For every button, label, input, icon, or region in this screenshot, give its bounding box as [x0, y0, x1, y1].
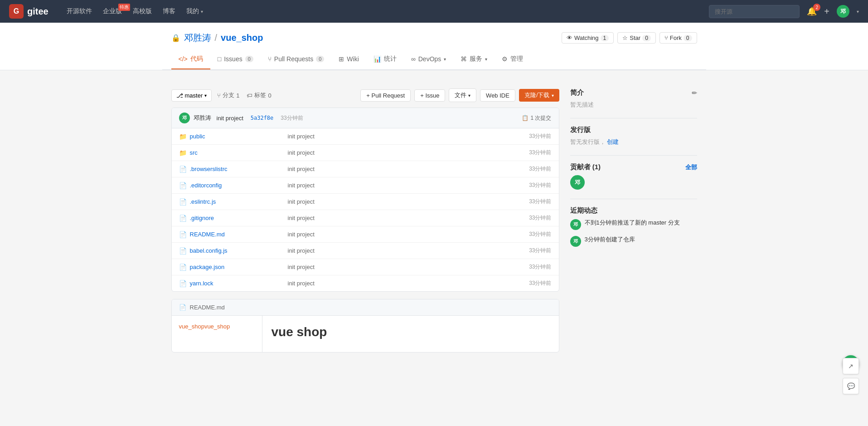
fork-label: Fork [670, 34, 682, 41]
file-name[interactable]: .editorconfig [190, 182, 281, 189]
file-name[interactable]: package.json [190, 264, 281, 270]
tab-pull-requests[interactable]: ⑂ Pull Requests 0 [261, 50, 332, 69]
tab-issues[interactable]: □ Issues 0 [210, 50, 261, 69]
contributor-avatar-1[interactable]: 邓 [570, 175, 585, 190]
file-name[interactable]: public [190, 133, 281, 140]
watch-count: 1 [601, 35, 609, 41]
file-dropdown-icon: ▾ [468, 93, 470, 98]
gitee-logo-icon: G [9, 4, 24, 19]
issues-icon: □ [218, 55, 221, 63]
table-row: 📄babel.config.jsinit project33分钟前 [172, 243, 559, 259]
sidebar-edit-button[interactable]: ✏ [692, 89, 697, 97]
logo-area[interactable]: G gitee [9, 4, 48, 19]
file-name[interactable]: .eslintrc.js [190, 198, 281, 205]
nav-blog[interactable]: 博客 [163, 7, 175, 15]
notification-button[interactable]: 🔔 2 [807, 6, 817, 16]
floating-share-button[interactable]: ↗ [843, 358, 859, 362]
file-button[interactable]: 文件 ▾ [449, 88, 476, 102]
plus-button[interactable]: + [824, 6, 829, 17]
enterprise-badge: 特惠 [118, 4, 130, 11]
commit-author[interactable]: 邓胜涛 [194, 114, 211, 122]
star-button[interactable]: ☆ Star 0 [617, 32, 656, 44]
file-icon: 📄 [179, 166, 186, 173]
branch-info: ⑂ 分支 1 🏷 标签 0 [217, 91, 271, 99]
branch-icon: ⎇ [176, 92, 183, 99]
tags-info: 🏷 标签 0 [247, 91, 271, 99]
commit-count[interactable]: 📋 1 次提交 [522, 114, 551, 122]
branches-info: ⑂ 分支 1 [217, 91, 239, 99]
file-name[interactable]: src [190, 149, 281, 156]
file-commit-msg: init project [281, 231, 515, 238]
create-release-link[interactable]: 创建 [607, 138, 619, 145]
table-row: 📄.gitignoreinit project33分钟前 [172, 210, 559, 226]
file-name[interactable]: babel.config.js [190, 247, 281, 254]
file-icon: 📄 [179, 264, 186, 271]
tab-services[interactable]: ⌘ 服务 ▾ [453, 49, 495, 69]
contributors-label: 贡献者 (1) [570, 163, 601, 171]
table-row: 📁srcinit project33分钟前 [172, 145, 559, 161]
user-avatar-nav[interactable]: 邓 [837, 5, 849, 18]
file-name[interactable]: .browserslistrc [190, 166, 281, 172]
file-icon: 📄 [179, 215, 186, 222]
commit-message: init project [217, 115, 243, 122]
nav-university[interactable]: 高校版 [133, 7, 152, 15]
top-navigation: G gitee 开源软件 企业版 特惠 高校版 博客 我的 ▾ 🔔 2 + 邓 … [0, 0, 868, 23]
tab-stats[interactable]: 📊 统计 [366, 49, 404, 69]
sidebar-divider-1 [570, 118, 697, 118]
repo-owner-link[interactable]: 邓胜涛 [184, 32, 211, 44]
list-item: 邓不到1分钟前推送了新的 master 分支 [570, 219, 697, 230]
pull-request-button[interactable]: + Pull Request [360, 89, 411, 102]
file-rows-container: 📁publicinit project33分钟前📁srcinit project… [172, 128, 559, 291]
fork-icon: ⑂ [664, 34, 668, 41]
sidebar-intro-title: 简介 ✏ [570, 88, 697, 97]
commit-sha[interactable]: 5a32f8e [251, 115, 274, 121]
clone-button[interactable]: 克隆/下载 ▾ [519, 89, 559, 102]
watch-button[interactable]: 👁 Watching 1 [562, 32, 614, 44]
file-icon: 📄 [179, 247, 186, 255]
table-row: 📁publicinit project33分钟前 [172, 128, 559, 145]
notification-badge: 2 [813, 4, 820, 11]
search-input[interactable] [709, 5, 800, 18]
file-time: 33分钟前 [515, 214, 552, 222]
sidebar-release: 发行版 暂无发行版， 创建 [570, 126, 697, 146]
file-icon: 📄 [179, 280, 186, 287]
nav-mine[interactable]: 我的 ▾ [186, 7, 203, 15]
table-row: 📄.editorconfiginit project33分钟前 [172, 177, 559, 194]
tab-wiki[interactable]: ⊞ Wiki [331, 50, 366, 69]
branch-selector[interactable]: ⎇ master ▾ [171, 89, 212, 102]
sidebar-no-desc: 暂无描述 [570, 101, 697, 109]
nav-enterprise[interactable]: 企业版 特惠 [103, 7, 122, 15]
pr-badge: 0 [316, 56, 324, 62]
issue-button[interactable]: + Issue [414, 89, 445, 102]
readme-toc-item[interactable]: vue_shop [179, 323, 204, 330]
file-name[interactable]: .gitignore [190, 215, 281, 221]
tab-manage[interactable]: ⚙ 管理 [495, 49, 530, 69]
commit-author-avatar: 邓 [179, 113, 190, 123]
file-name[interactable]: README.md [190, 231, 281, 238]
branch-bar: ⎇ master ▾ ⑂ 分支 1 🏷 标签 0 [171, 88, 559, 102]
nav-open-source[interactable]: 开源软件 [67, 7, 92, 15]
tab-code[interactable]: </> 代码 [171, 49, 210, 69]
sidebar-release-title: 发行版 [570, 126, 697, 134]
contributors-all-link[interactable]: 全部 [685, 163, 697, 171]
commit-row: 邓 邓胜涛 init project 5a32f8e 33分钟前 📋 1 次提交 [172, 108, 559, 128]
repo-name-link[interactable]: vue_shop [221, 33, 263, 43]
file-time: 33分钟前 [515, 279, 552, 287]
avatar-dropdown-icon[interactable]: ▾ [857, 9, 859, 14]
file-name[interactable]: yarn.lock [190, 280, 281, 287]
file-table: 邓 邓胜涛 init project 5a32f8e 33分钟前 📋 1 次提交… [171, 108, 559, 292]
file-commit-msg: init project [281, 149, 515, 156]
readme-icon: 📄 [179, 304, 186, 311]
activity-list: 邓不到1分钟前推送了新的 master 分支邓3分钟前创建了仓库 [570, 219, 697, 247]
wiki-icon: ⊞ [339, 55, 344, 63]
repo-actions: 👁 Watching 1 ☆ Star 0 ⑂ Fork 0 [562, 32, 697, 44]
eye-icon: 👁 [567, 34, 572, 41]
readme-title: vue shop [272, 325, 550, 339]
clone-dropdown-icon: ▾ [552, 93, 554, 98]
activity-avatar: 邓 [570, 219, 581, 230]
file-icon: 📄 [179, 198, 186, 206]
tab-devops[interactable]: ∞ DevOps ▾ [404, 50, 454, 69]
webide-button[interactable]: Web IDE [480, 89, 515, 102]
file-time: 33分钟前 [515, 132, 552, 140]
fork-button[interactable]: ⑂ Fork 0 [659, 32, 697, 44]
